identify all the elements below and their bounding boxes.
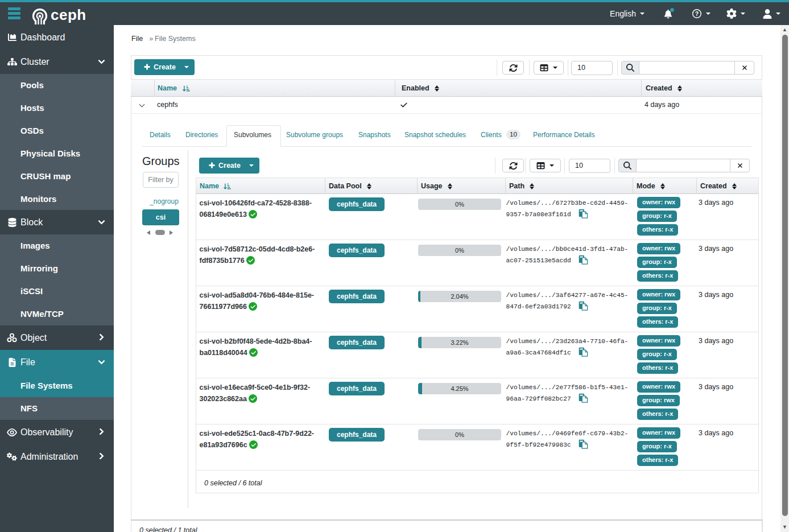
svg-text:?: ?: [695, 10, 699, 17]
